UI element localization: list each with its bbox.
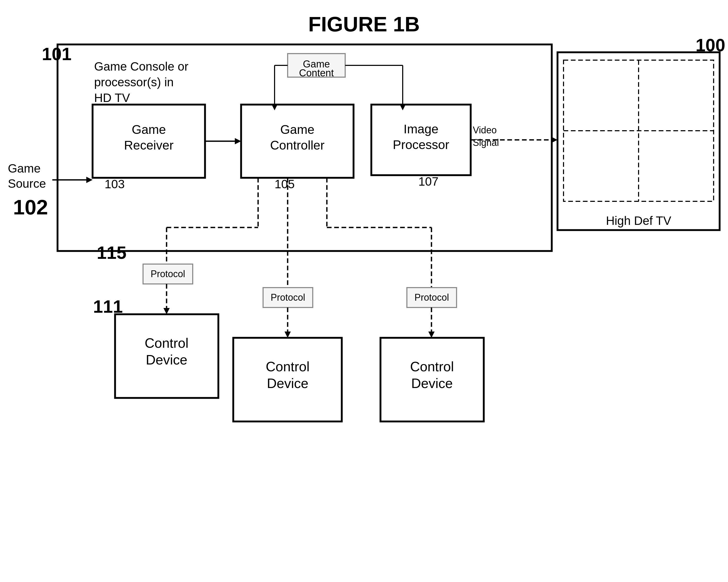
image-processor-box bbox=[371, 105, 471, 175]
protocol-box-3 bbox=[407, 288, 457, 308]
control-device-label-3a: Control bbox=[410, 359, 454, 374]
game-content-label-2: Content bbox=[299, 68, 334, 78]
arrowhead-gc-left bbox=[271, 104, 278, 110]
game-receiver-label-1: Game bbox=[132, 123, 166, 136]
control-device-box-3 bbox=[381, 338, 484, 421]
arrowhead-ctrl-right bbox=[428, 287, 435, 293]
protocol-label-2: Protocol bbox=[271, 292, 305, 303]
label-115: 115 bbox=[97, 243, 126, 263]
game-receiver-label-2: Receiver bbox=[124, 138, 173, 152]
label-107: 107 bbox=[418, 175, 439, 188]
game-controller-box bbox=[241, 105, 354, 178]
game-controller-label-1: Game bbox=[280, 123, 315, 136]
protocol-label-3: Protocol bbox=[414, 292, 449, 303]
control-device-label-2b: Device bbox=[267, 376, 309, 391]
arrowhead-gc-right bbox=[399, 104, 406, 110]
control-device-label-3b: Device bbox=[411, 376, 453, 391]
tv-screen bbox=[564, 60, 713, 201]
game-source-label-2: Source bbox=[8, 177, 46, 190]
arrowhead-recv bbox=[235, 138, 241, 144]
video-label: Video bbox=[473, 125, 497, 135]
arrowhead-ip-tv bbox=[551, 137, 557, 143]
game-content-box bbox=[288, 54, 345, 77]
figure-title: FIGURE 1B bbox=[308, 12, 420, 36]
control-device-box-2 bbox=[233, 338, 342, 421]
control-device-label-1b: Device bbox=[146, 352, 187, 367]
label-111: 111 bbox=[93, 296, 123, 316]
game-console-label-3: HD TV bbox=[94, 91, 130, 105]
image-processor-label-2: Processor bbox=[393, 138, 449, 152]
arrowhead-ctrl-left bbox=[163, 264, 170, 270]
control-device-label-2a: Control bbox=[266, 359, 310, 374]
arrowhead-proto-1 bbox=[163, 308, 170, 314]
arrowhead-ctrl-mid bbox=[285, 287, 291, 293]
arrowhead-source bbox=[86, 177, 93, 183]
control-device-box-1 bbox=[115, 314, 218, 398]
tv-box bbox=[557, 52, 720, 230]
protocol-box-1 bbox=[143, 264, 193, 284]
control-device-label-1a: Control bbox=[145, 336, 188, 351]
protocol-label-1: Protocol bbox=[151, 268, 185, 279]
label-103: 103 bbox=[105, 177, 125, 191]
image-processor-label-1: Image bbox=[404, 122, 438, 136]
protocol-box-2 bbox=[263, 288, 313, 308]
signal-label: Signal bbox=[473, 137, 499, 148]
game-controller-label-2: Controller bbox=[270, 138, 324, 152]
label-102: 102 bbox=[13, 195, 48, 219]
label-105: 105 bbox=[275, 177, 295, 191]
label-101: 101 bbox=[42, 44, 71, 64]
label-100: 100 bbox=[696, 35, 725, 55]
game-console-label-2: processor(s) in bbox=[94, 75, 174, 89]
game-source-label: Game bbox=[8, 162, 41, 175]
game-content-label-1: Game bbox=[303, 58, 330, 70]
arrowhead-proto-2 bbox=[285, 332, 291, 338]
arrowhead-proto-3 bbox=[428, 332, 435, 338]
game-console-label: Game Console or bbox=[94, 60, 188, 73]
game-receiver-box bbox=[93, 105, 205, 178]
high-def-tv-label: High Def TV bbox=[606, 214, 671, 228]
main-box bbox=[57, 45, 552, 251]
